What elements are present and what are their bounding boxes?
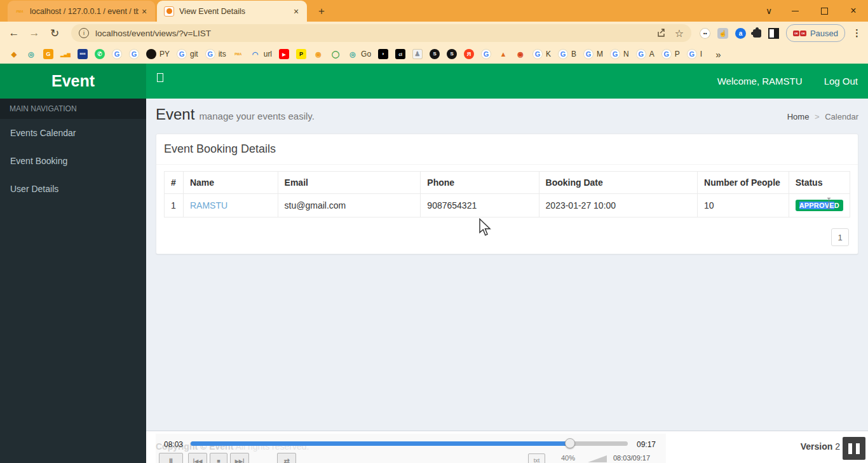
bookmark-item[interactable]: ◗ xyxy=(378,49,388,59)
bookmark-item[interactable]: Gits xyxy=(205,49,226,59)
extensions-area: ●● ☝ a OKOK Paused ⋮ xyxy=(700,24,862,42)
bookmark-item[interactable]: PMA xyxy=(233,49,243,59)
bookmark-favicon: G xyxy=(661,49,672,59)
tab-search-icon[interactable]: ∨ xyxy=(757,0,780,22)
bookmark-item[interactable]: ✆ xyxy=(95,49,105,59)
recorder-pause-button[interactable] xyxy=(843,437,865,460)
bookmark-item[interactable]: GA xyxy=(636,49,654,59)
browser-menu-icon[interactable]: ⋮ xyxy=(852,27,862,39)
new-tab-button[interactable]: + xyxy=(315,4,329,18)
bookmark-favicon: IEEE xyxy=(78,49,88,59)
bookmark-item[interactable]: GM xyxy=(583,49,603,59)
site-info-icon[interactable]: i xyxy=(79,28,89,38)
sidebar-item-user-details[interactable]: User Details xyxy=(0,175,146,203)
bookmark-item[interactable]: IEEE xyxy=(78,49,88,59)
bookmark-favicon: G xyxy=(112,49,122,59)
address-bar[interactable]: i localhost/event/views/?v=LIST ☆ xyxy=(71,24,691,42)
restore-button[interactable] xyxy=(810,0,839,22)
bookmark-item[interactable]: ▲ xyxy=(498,49,508,59)
breadcrumb-home[interactable]: Home xyxy=(787,112,810,121)
minimize-button[interactable] xyxy=(780,0,810,22)
bookmark-item[interactable]: G xyxy=(129,49,139,59)
bookmark-item[interactable]: GN xyxy=(610,49,629,59)
navbar-right: Welcome, RAMSTU Log Out xyxy=(717,64,858,99)
cell-email: stu@gmail.com xyxy=(278,194,421,218)
player-progress-handle[interactable] xyxy=(565,438,575,448)
bookmark-favicon: ◆ xyxy=(9,49,19,59)
col-phone: Phone xyxy=(421,172,539,194)
bookmark-item[interactable]: ◎Go xyxy=(348,49,371,59)
bookmark-item[interactable]: ◉ xyxy=(515,49,526,59)
paused-extension-pill[interactable]: OKOK Paused xyxy=(786,24,845,42)
booking-name-link[interactable]: RAMSTU xyxy=(190,200,227,211)
bookmark-item[interactable]: Я xyxy=(464,49,474,59)
forward-button[interactable]: → xyxy=(25,24,43,42)
bookmark-item[interactable]: G xyxy=(43,49,53,59)
bookmark-item[interactable]: GP xyxy=(661,49,680,59)
close-window-button[interactable]: × xyxy=(839,0,868,22)
bookmark-item[interactable]: Ggit xyxy=(177,49,198,59)
share-icon[interactable] xyxy=(656,28,666,38)
sidebar-toggle-icon[interactable] xyxy=(157,73,163,82)
tab-phpmyadmin[interactable]: PMA localhost / 127.0.0.1 / event / tbl_… xyxy=(8,1,155,22)
bookmark-item[interactable]: ◎ xyxy=(26,49,36,59)
volume-ramp-icon[interactable] xyxy=(588,455,607,462)
sidebar-item-events-calendar[interactable]: Events Calendar xyxy=(0,119,146,147)
bookmark-favicon: PMA xyxy=(233,49,243,59)
bookmark-favicon: G xyxy=(687,49,697,59)
player-progress-track[interactable] xyxy=(191,441,628,446)
bookmark-item[interactable]: ♟ xyxy=(412,49,423,59)
tab-title: View Event Details xyxy=(179,7,290,16)
app-logo[interactable]: Event xyxy=(0,64,146,99)
tab-view-event-details[interactable]: View Event Details × xyxy=(157,1,307,22)
bookmark-item[interactable]: ◠url xyxy=(250,49,272,59)
bookmark-item[interactable]: ◉ xyxy=(313,49,323,59)
bookmark-item[interactable]: S xyxy=(430,49,440,59)
bookmark-item[interactable]: cl xyxy=(395,49,405,59)
tab-close-icon[interactable]: × xyxy=(290,6,302,17)
pagination-page-1[interactable]: 1 xyxy=(831,228,849,246)
bookmark-item[interactable]: S xyxy=(447,49,457,59)
bookmark-favicon: G xyxy=(558,49,568,59)
bookmark-item[interactable]: PY xyxy=(146,49,170,59)
breadcrumb-separator: > xyxy=(815,112,820,121)
extensions-puzzle-icon[interactable] xyxy=(753,29,761,38)
player-stop-button[interactable]: ■ xyxy=(210,453,227,463)
bookmark-item[interactable]: GB xyxy=(558,49,576,59)
player-volume-text: 40% xyxy=(561,454,575,462)
bookmark-favicon: cl xyxy=(395,49,405,59)
url-text[interactable]: localhost/event/views/?v=LIST xyxy=(95,29,647,38)
a-extension-icon[interactable]: a xyxy=(735,28,746,39)
bookmark-item[interactable]: GI xyxy=(687,49,702,59)
player-skip-end-button[interactable]: ▶▶Ⅰ xyxy=(230,453,249,463)
player-pause-button[interactable]: Ⅱ xyxy=(159,453,183,463)
bookmark-item[interactable]: ◆ xyxy=(9,49,19,59)
reload-button[interactable]: ↻ xyxy=(46,24,64,42)
bookmark-item[interactable]: P xyxy=(296,49,306,59)
hand-extension-icon[interactable]: ☝ xyxy=(717,28,728,39)
panda-extension-icon[interactable]: ●● xyxy=(700,28,710,39)
welcome-text: Welcome, RAMSTU xyxy=(717,76,803,86)
logout-link[interactable]: Log Out xyxy=(824,76,858,86)
bookmark-item[interactable]: G xyxy=(112,49,122,59)
bookmark-star-icon[interactable]: ☆ xyxy=(675,27,684,39)
bookmarks-overflow-icon[interactable]: » xyxy=(715,49,721,60)
bookmark-item[interactable]: ◯ xyxy=(330,49,341,59)
col-name: Name xyxy=(183,172,278,194)
bookmark-item[interactable]: GK xyxy=(532,49,551,59)
tab-strip: PMA localhost / 127.0.0.1 / event / tbl_… xyxy=(0,0,868,22)
tab-close-icon[interactable]: × xyxy=(139,6,150,17)
reader-mode-icon[interactable] xyxy=(768,28,779,39)
sidebar: MAIN NAVIGATION Events Calendar Event Bo… xyxy=(0,99,146,463)
bookmark-label: B xyxy=(571,50,576,59)
back-button[interactable]: ← xyxy=(5,24,23,42)
bookmark-item[interactable]: ▂▄▆ xyxy=(60,49,71,59)
bookmark-label: Go xyxy=(361,50,371,59)
browser-toolbar: ← → ↻ i localhost/event/views/?v=LIST ☆ … xyxy=(0,22,868,45)
bookmark-item[interactable]: G xyxy=(481,49,491,59)
player-txt-button[interactable]: txt xyxy=(528,453,545,463)
player-frame-step-button[interactable]: ⇄ xyxy=(277,453,296,463)
player-skip-start-button[interactable]: Ⅰ◀◀ xyxy=(188,453,207,463)
sidebar-item-event-booking[interactable]: Event Booking xyxy=(0,147,146,175)
bookmark-item[interactable]: ▶ xyxy=(279,49,289,59)
